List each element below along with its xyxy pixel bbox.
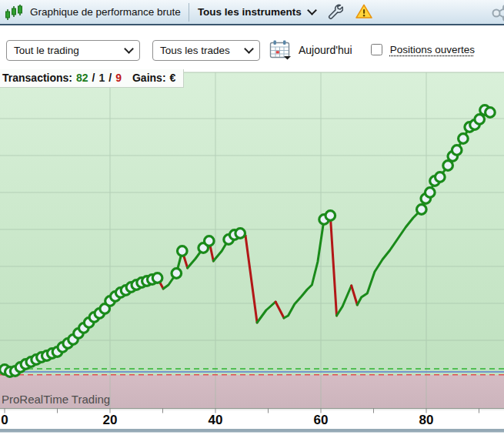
axis-label: 20 xyxy=(103,413,118,427)
open-positions-checkbox[interactable] xyxy=(371,44,382,55)
axis-label: 80 xyxy=(419,413,434,427)
transactions-wins: 82 xyxy=(76,72,88,84)
chart-area: 020406080 Transactions: 82 / 1 / 9 Gains… xyxy=(0,68,504,435)
share-button[interactable] xyxy=(490,4,504,25)
performance-chart[interactable]: 020406080 xyxy=(0,68,504,435)
bottom-panel-bar xyxy=(0,429,504,433)
trade-marker[interactable] xyxy=(452,146,462,156)
transactions-neutral: 1 xyxy=(99,72,105,84)
page-title: Graphique de performance brute xyxy=(30,6,181,18)
watermark: ProRealTime Trading xyxy=(2,393,110,406)
trade-marker[interactable] xyxy=(152,273,162,283)
trades-filter-value: Tous les trades xyxy=(160,45,230,56)
settings-wrench-button[interactable] xyxy=(326,3,343,22)
candlestick-chart-icon xyxy=(5,3,25,22)
trade-marker[interactable] xyxy=(205,236,215,246)
chevron-down-icon xyxy=(244,44,254,54)
trade-marker[interactable] xyxy=(436,172,446,182)
axis-label: 60 xyxy=(314,413,329,427)
calendar-icon xyxy=(269,39,292,62)
trade-marker[interactable] xyxy=(459,134,469,144)
date-range-label: Aujourd'hui xyxy=(299,40,352,61)
wrench-icon xyxy=(326,3,343,22)
open-positions-label[interactable]: Positions ouvertes xyxy=(390,40,475,60)
instruments-dropdown-label: Tous les instruments xyxy=(198,6,302,18)
trade-marker[interactable] xyxy=(417,205,427,215)
warning-icon xyxy=(355,3,373,22)
toolbar-filters: Tout le trading Tous les trades Aujourd'… xyxy=(0,25,504,68)
warning-button[interactable] xyxy=(355,3,373,22)
axis-label: 0 xyxy=(1,413,8,427)
trade-marker[interactable] xyxy=(172,269,182,279)
gains-label: Gains: xyxy=(132,72,166,84)
trade-marker[interactable] xyxy=(235,229,245,239)
transactions-label: Transactions: xyxy=(2,72,72,84)
toolbar-separator xyxy=(189,3,189,22)
share-icon xyxy=(490,12,504,25)
trade-marker[interactable] xyxy=(475,115,485,125)
slash: / xyxy=(92,72,95,84)
stats-bar: Transactions: 82 / 1 / 9 Gains: € xyxy=(0,69,184,88)
transactions-losses: 9 xyxy=(115,72,122,84)
chevron-down-icon xyxy=(307,5,317,15)
gains-value: € xyxy=(170,72,176,84)
trade-marker[interactable] xyxy=(178,246,188,256)
slash: / xyxy=(108,72,112,84)
date-picker-button[interactable] xyxy=(269,40,292,61)
axis-label: 40 xyxy=(209,413,223,427)
instruments-dropdown[interactable]: Tous les instruments xyxy=(198,6,315,18)
trade-marker[interactable] xyxy=(325,211,335,221)
trade-marker[interactable] xyxy=(426,188,436,198)
toolbar-main: Graphique de performance brute Tous les … xyxy=(0,0,504,25)
trading-scope-select[interactable]: Tout le trading xyxy=(6,40,140,61)
trade-marker[interactable] xyxy=(486,108,496,118)
chevron-down-icon xyxy=(124,44,134,54)
trading-scope-value: Tout le trading xyxy=(14,45,79,56)
trades-filter-select[interactable]: Tous les trades xyxy=(152,40,260,61)
